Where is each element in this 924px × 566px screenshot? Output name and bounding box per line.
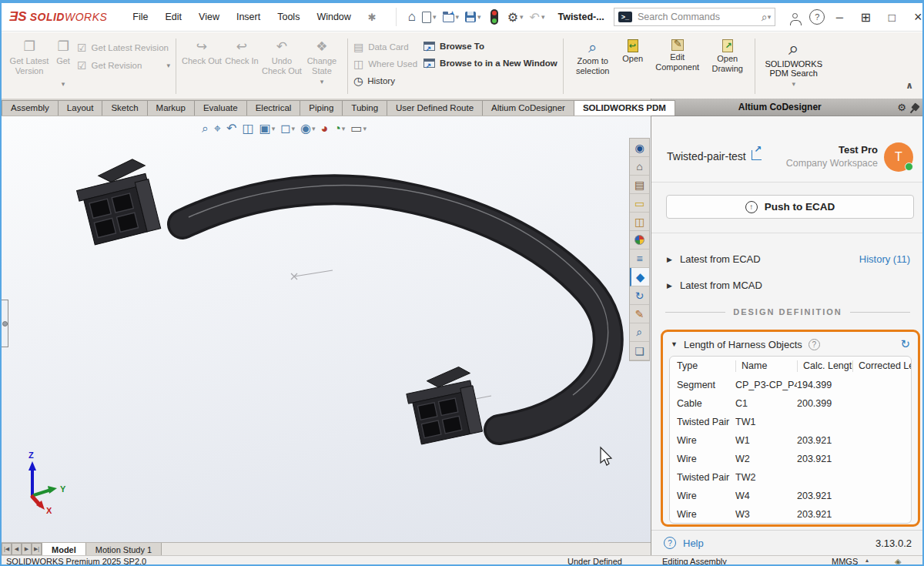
check-in-button[interactable]: ↩Check In [222, 37, 262, 66]
where-used-button[interactable]: ◫Where Used [353, 58, 417, 70]
tab-user-defined-route[interactable]: User Defined Route [387, 100, 483, 116]
search-icon[interactable]: ⌕ [762, 11, 768, 24]
edit-component-button[interactable]: Edit Component [649, 37, 706, 72]
tab-evaluate[interactable]: Evaluate [194, 100, 247, 116]
appearances-icon[interactable] [630, 231, 649, 250]
zoom-to-selection-button[interactable]: ⌕Zoom to selection [569, 37, 617, 75]
units-caret-icon[interactable]: ▴ [865, 557, 869, 564]
tab-layout[interactable]: Layout [58, 100, 103, 116]
view-palette-icon[interactable]: ◫ [630, 213, 649, 231]
column-name[interactable]: Name [735, 360, 797, 372]
help-link[interactable]: Help [683, 538, 704, 549]
change-state-button[interactable]: ❖Change State▾ [302, 37, 342, 85]
comments-icon[interactable]: ❏ [630, 342, 649, 360]
open-component-button[interactable]: Open [617, 37, 649, 64]
marketplace-globe-icon[interactable]: ◉ [630, 139, 649, 157]
pdm-search-caret-icon[interactable]: ▾ [792, 80, 795, 88]
tag-icon[interactable]: ◈ [895, 557, 901, 566]
undo-button[interactable]: ↶▾ [527, 8, 547, 26]
section-view-button[interactable]: ◫ [240, 120, 255, 136]
table-row[interactable]: Twisted PairTW1 [670, 413, 911, 431]
tab-tubing[interactable]: Tubing [342, 100, 387, 116]
display-style-caret-icon[interactable]: ▾ [291, 125, 295, 132]
pdm-search-button[interactable]: ⌕ SOLIDWORKS PDM Search ▾ [761, 37, 827, 88]
get-revision-button[interactable]: ☑Get Revision▾ [77, 59, 170, 72]
open-caret-icon[interactable]: ▾ [456, 13, 460, 21]
tab-model[interactable]: Model [42, 543, 86, 555]
property-editor-icon[interactable]: ✎ [630, 305, 649, 323]
display-style-button[interactable]: ◻▾ [279, 120, 296, 136]
zoom-to-area-button[interactable]: ⌖ [213, 121, 223, 136]
connector-2[interactable] [403, 365, 483, 445]
latest-from-mcad-section[interactable]: ▶ Latest from MCAD [667, 280, 762, 291]
tab-altium-codesigner[interactable]: Altium CoDesigner [482, 100, 574, 116]
connector-1[interactable] [72, 156, 160, 246]
search-caret-icon[interactable]: ▾ [768, 13, 772, 21]
view-settings-button[interactable]: ▭▾ [349, 120, 368, 136]
tab-electrical[interactable]: Electrical [246, 100, 301, 116]
history-link[interactable]: History (11) [859, 253, 910, 265]
maximize-button[interactable]: □ [880, 7, 903, 27]
open-drawing-button[interactable]: Open Drawing [706, 37, 749, 73]
minimize-button[interactable]: ─ [828, 7, 851, 27]
get-latest-revision-button[interactable]: ☑Get Latest Revision [77, 42, 170, 54]
new-document-button[interactable]: ▾ [420, 10, 439, 25]
table-row[interactable]: WireW3203.921 [670, 505, 911, 524]
view-settings-caret-icon[interactable]: ▾ [363, 125, 367, 132]
open-button[interactable]: ▾ [440, 10, 462, 24]
history-button[interactable]: ◷History [353, 75, 417, 87]
panel-gear-icon[interactable]: ⚙ [897, 102, 906, 113]
help-circle-icon[interactable]: ? [664, 537, 676, 549]
hide-show-items-button[interactable]: ◉▾ [299, 120, 317, 136]
table-row[interactable]: Twisted PairTW2 [670, 468, 911, 487]
harness-section-header[interactable]: ▼ Length of Harness Objects ? ↻ [663, 332, 918, 355]
hide-show-caret-icon[interactable]: ▾ [312, 125, 316, 132]
undo-caret-icon[interactable]: ▾ [541, 13, 545, 21]
layout-button[interactable]: ⊞ [854, 7, 877, 27]
menu-file[interactable]: File [124, 8, 156, 27]
new-caret-icon[interactable]: ▾ [433, 13, 437, 21]
close-button[interactable]: × [906, 7, 924, 27]
resources-home-icon[interactable]: ⌂ [630, 157, 649, 176]
options-button[interactable]: ⚙▾ [505, 8, 526, 26]
home-button[interactable]: ⌂ [406, 8, 418, 26]
browse-to-button[interactable]: Browse To [424, 42, 557, 51]
altium-codesigner-icon[interactable]: ◆ [630, 268, 649, 286]
search-commands-input[interactable] [638, 12, 762, 22]
inspection-icon[interactable]: ⌕ [630, 323, 649, 342]
custom-properties-icon[interactable]: ≡ [630, 250, 649, 268]
tab-nav-first[interactable]: |◀ [2, 543, 12, 555]
table-row[interactable]: WireW4203.921 [670, 487, 911, 505]
featuremanager-flyout-handle[interactable] [2, 300, 8, 347]
account-button[interactable] [783, 7, 806, 27]
save-button[interactable]: ▾ [463, 10, 484, 24]
table-row[interactable]: SegmentCP_P3-CP_P4194.399 [670, 376, 911, 394]
tab-assembly[interactable]: Assembly [2, 100, 59, 116]
avatar[interactable]: T [884, 142, 913, 172]
harness-help-icon[interactable]: ? [808, 339, 820, 350]
units-selector[interactable]: MMGS [832, 557, 858, 566]
column-corrected-length[interactable]: Corrected Length [852, 360, 911, 372]
get-caret-icon[interactable]: ▾ [62, 80, 65, 88]
mcad-expander-icon[interactable]: ▶ [667, 282, 672, 290]
get-latest-version-button[interactable]: ❐ Get Latest Version [9, 37, 49, 75]
menu-edit[interactable]: Edit [157, 8, 191, 27]
save-caret-icon[interactable]: ▾ [477, 13, 481, 21]
apply-scene-caret-icon[interactable]: ▾ [342, 125, 346, 132]
undo-check-out-button[interactable]: ↶Undo Check Out [262, 37, 302, 75]
external-link-icon[interactable] [752, 150, 762, 160]
view-orientation-button[interactable]: ▣▾ [258, 120, 277, 136]
table-row[interactable]: CableC1200.399 [670, 394, 911, 413]
tab-piping[interactable]: Piping [300, 100, 343, 116]
latest-from-ecad-section[interactable]: ▶ Latest from ECAD [667, 253, 761, 265]
traffic-light-button[interactable] [485, 8, 504, 26]
table-row[interactable]: WireW1203.921 [670, 431, 911, 450]
ribbon-collapse-button[interactable]: ∧ [906, 80, 913, 91]
previous-view-button[interactable]: ↶ [225, 120, 238, 136]
get-revision-caret-icon[interactable]: ▾ [166, 62, 170, 69]
help-button[interactable]: ? [809, 9, 825, 25]
view-orientation-caret-icon[interactable]: ▾ [272, 125, 276, 132]
file-explorer-icon[interactable]: ▭ [630, 194, 649, 213]
cable-body[interactable] [182, 189, 608, 430]
tab-nav-last[interactable]: ▶| [32, 543, 42, 555]
